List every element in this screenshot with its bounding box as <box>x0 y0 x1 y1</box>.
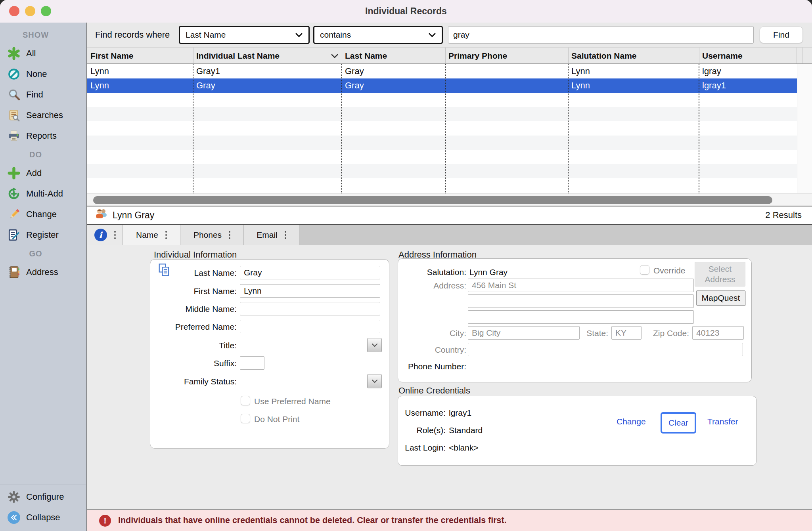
sidebar-item-none[interactable]: None <box>0 64 86 84</box>
saved-search-icon <box>7 109 21 122</box>
family-status-dropdown-button[interactable] <box>367 374 382 388</box>
cell-last-name: Gray <box>345 78 442 93</box>
phone-number-label: Phone Number: <box>398 362 466 371</box>
search-operator-value: contains <box>320 30 351 40</box>
search-bar: Find records where Last Name contains Fi… <box>87 23 812 48</box>
online-credentials-panel: Username: lgray1 Role(s): Standard Last … <box>398 396 756 466</box>
tab-label: Email <box>257 230 278 240</box>
country-input[interactable] <box>468 343 743 356</box>
table-row-empty[interactable] <box>87 121 797 136</box>
address-line2-input[interactable] <box>468 294 694 308</box>
sidebar-item-searches[interactable]: Searches <box>0 105 86 126</box>
record-bar: Lynn Gray 2 Results <box>87 206 812 225</box>
do-not-print-checkbox[interactable] <box>241 414 250 423</box>
tab-handle-icon[interactable] <box>229 231 230 239</box>
preferred-name-input[interactable] <box>240 320 380 333</box>
column-header-last-name[interactable]: Last Name <box>345 48 387 64</box>
zoom-window-button[interactable] <box>41 6 51 16</box>
chevron-down-icon <box>372 379 378 383</box>
cell-first-name: Lynn <box>90 78 190 93</box>
sidebar-item-configure[interactable]: Configure <box>0 487 86 507</box>
sidebar-item-address[interactable]: Address <box>0 262 86 283</box>
middle-name-input[interactable] <box>240 302 380 315</box>
sidebar-item-multi-add[interactable]: Multi-Add <box>0 183 86 204</box>
table-row-selected[interactable]: Lynn Gray Gray Lynn lgray1 <box>87 78 797 93</box>
sidebar-item-change[interactable]: Change <box>0 204 86 225</box>
title-dropdown-button[interactable] <box>367 338 382 352</box>
suffix-input[interactable] <box>240 356 264 370</box>
search-operator-dropdown[interactable]: contains <box>313 26 443 44</box>
sidebar-item-all[interactable]: All <box>0 43 86 64</box>
results-table-body: Lynn Gray1 Gray Lynn lgray Lynn Gray Gra… <box>87 64 812 193</box>
tab-handle-icon[interactable] <box>114 231 116 239</box>
zip-code-input[interactable] <box>692 326 744 340</box>
online-credentials-title: Online Credentials <box>398 386 470 396</box>
tab-phones[interactable]: Phones <box>180 225 244 245</box>
address-book-icon <box>7 266 21 279</box>
window-title: Individual Records <box>365 6 447 17</box>
cell-username: lgray <box>702 64 794 78</box>
info-icon: i <box>94 229 107 241</box>
transfer-credentials-link[interactable]: Transfer <box>707 417 738 426</box>
sidebar-item-label: All <box>26 48 36 59</box>
select-address-button[interactable]: Select Address <box>695 262 745 287</box>
sidebar-item-find[interactable]: Find <box>0 84 86 105</box>
table-row-empty[interactable] <box>87 164 797 178</box>
sidebar-item-label: Reports <box>26 131 57 141</box>
tab-email[interactable]: Email <box>244 225 299 245</box>
minimize-window-button[interactable] <box>25 6 35 16</box>
app-window: Individual Records SHOW All None Find <box>0 0 812 531</box>
column-header-individual-last-name[interactable]: Individual Last Name <box>196 48 280 64</box>
column-header-primary-phone[interactable]: Primary Phone <box>448 48 507 64</box>
sidebar-item-label: Add <box>26 168 42 178</box>
horizontal-scrollbar-thumb[interactable] <box>93 196 772 204</box>
column-header-first-name[interactable]: First Name <box>90 48 134 64</box>
search-query-input[interactable] <box>448 26 754 44</box>
tab-info[interactable]: i <box>87 225 123 245</box>
override-checkbox[interactable] <box>640 265 649 275</box>
username-label: Username: <box>398 408 446 418</box>
tab-name[interactable]: Name <box>123 225 180 245</box>
sidebar-item-register[interactable]: Register <box>0 225 86 245</box>
table-row-empty[interactable] <box>87 107 797 121</box>
search-field-value: Last Name <box>186 30 226 40</box>
table-row-empty[interactable] <box>87 93 797 107</box>
sidebar-item-label: Configure <box>26 492 64 502</box>
column-header-salutation-name[interactable]: Salutation Name <box>571 48 637 64</box>
record-name: Lynn Gray <box>113 210 154 221</box>
search-field-dropdown[interactable]: Last Name <box>179 26 310 44</box>
tab-handle-icon[interactable] <box>165 231 167 239</box>
column-header-username[interactable]: Username <box>702 48 743 64</box>
change-credentials-link[interactable]: Change <box>617 417 646 426</box>
address-line3-input[interactable] <box>468 310 694 324</box>
asterisk-icon <box>7 47 21 60</box>
first-name-label: First Name: <box>150 287 237 296</box>
record-detail-area: Individual Information Last Name: First … <box>87 245 812 509</box>
horizontal-scrollbar-track[interactable] <box>87 193 812 206</box>
first-name-input[interactable] <box>240 284 380 298</box>
last-name-label: Last Name: <box>150 268 237 278</box>
sidebar-item-collapse[interactable]: Collapse <box>0 507 86 528</box>
address-line1-input[interactable] <box>468 279 694 292</box>
cell-salutation-name: Lynn <box>571 64 696 78</box>
sidebar-item-reports[interactable]: Reports <box>0 126 86 146</box>
table-row-empty[interactable] <box>87 150 797 164</box>
chevron-down-icon <box>372 343 378 347</box>
preferred-name-label: Preferred Name: <box>150 322 237 332</box>
clear-credentials-link[interactable]: Clear <box>661 412 696 434</box>
close-window-button[interactable] <box>9 6 19 16</box>
table-row-empty[interactable] <box>87 178 797 193</box>
vertical-scrollbar-track[interactable] <box>797 64 812 193</box>
tab-handle-icon[interactable] <box>285 231 286 239</box>
mapquest-button[interactable]: MapQuest <box>696 290 745 306</box>
state-input[interactable] <box>611 326 642 340</box>
collapse-icon <box>7 511 21 524</box>
use-preferred-name-checkbox[interactable] <box>241 396 250 405</box>
table-row-empty[interactable] <box>87 136 797 150</box>
last-name-input[interactable] <box>240 266 380 279</box>
find-button[interactable]: Find <box>760 27 803 43</box>
sidebar-item-add[interactable]: Add <box>0 163 86 183</box>
table-row[interactable]: Lynn Gray1 Gray Lynn lgray <box>87 64 797 78</box>
individual-info-panel: Last Name: First Name: Middle Name: Pref… <box>150 259 389 449</box>
plus-icon <box>7 166 21 180</box>
